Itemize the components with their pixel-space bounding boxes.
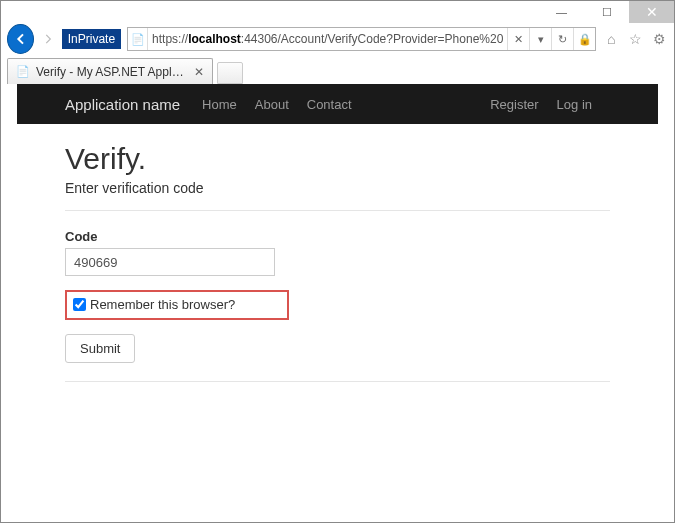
window-titlebar: — ☐ ✕ [1,1,674,23]
address-bar[interactable]: 📄 https://localhost:44306/Account/Verify… [127,27,596,51]
divider [65,210,610,211]
window-maximize-button[interactable]: ☐ [584,1,629,23]
url-text[interactable]: https://localhost:44306/Account/VerifyCo… [148,32,507,46]
page-viewport: Application name Home About Contact Regi… [17,84,658,507]
highlight-annotation: Remember this browser? [65,290,289,320]
brand-link[interactable]: Application name [65,96,180,113]
tab-title: Verify - My ASP.NET Applic... [36,65,186,79]
divider [65,381,610,382]
tools-icon[interactable]: ⚙ [650,29,668,49]
url-dropdown-button[interactable]: ▾ [529,28,551,50]
nav-about[interactable]: About [255,97,289,112]
nav-register[interactable]: Register [490,97,538,112]
page-heading: Verify. [65,142,610,176]
browser-tab[interactable]: 📄 Verify - My ASP.NET Applic... ✕ [7,58,213,84]
tab-strip: 📄 Verify - My ASP.NET Applic... ✕ [1,55,674,85]
back-button[interactable] [7,24,34,54]
home-icon[interactable]: ⌂ [602,29,620,49]
tab-close-button[interactable]: ✕ [192,65,206,79]
new-tab-button[interactable] [217,62,243,84]
site-navbar: Application name Home About Contact Regi… [17,84,658,124]
code-input[interactable] [65,248,275,276]
forward-button[interactable] [38,28,58,50]
window-close-button[interactable]: ✕ [629,1,674,23]
remember-checkbox[interactable] [73,298,86,311]
page-favicon-icon: 📄 [128,28,148,50]
code-label: Code [65,229,610,244]
nav-contact[interactable]: Contact [307,97,352,112]
nav-home[interactable]: Home [202,97,237,112]
lock-icon[interactable]: 🔒 [573,28,595,50]
browser-toolbar: InPrivate 📄 https://localhost:44306/Acco… [1,23,674,55]
refresh-button[interactable]: ↻ [551,28,573,50]
window-minimize-button[interactable]: — [539,1,584,23]
favorites-icon[interactable]: ☆ [626,29,644,49]
remember-label[interactable]: Remember this browser? [90,297,235,312]
page-subheading: Enter verification code [65,180,610,196]
main-content: Verify. Enter verification code Code Rem… [17,124,658,400]
inprivate-badge: InPrivate [62,29,121,49]
tab-favicon-icon: 📄 [16,65,30,79]
nav-login[interactable]: Log in [557,97,592,112]
submit-button[interactable]: Submit [65,334,135,363]
stop-button[interactable]: ✕ [507,28,529,50]
